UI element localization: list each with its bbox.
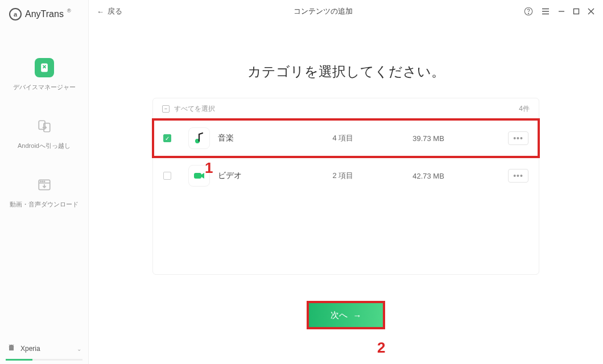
check-icon: ✓ xyxy=(165,135,170,142)
more-button[interactable]: ••• xyxy=(508,131,528,145)
back-button[interactable]: ← 戻る xyxy=(97,6,122,16)
chevron-down-icon: ⌄ xyxy=(77,346,81,352)
download-icon xyxy=(35,175,54,195)
category-panel: − すべてを選択 4件 ✓ 音楽 4 項目 39.73 MB ••• xyxy=(152,98,539,275)
brand-name: AnyTrans xyxy=(25,9,64,19)
sidebar-nav: デバイスマネージャー Androidへ引っ越し 動画・音声ダウンロード xyxy=(0,31,88,338)
menu-icon[interactable] xyxy=(540,6,551,16)
sidebar-item-label: 動画・音声ダウンロード xyxy=(10,200,79,209)
more-button[interactable]: ••• xyxy=(508,169,528,183)
arrow-left-icon: ← xyxy=(97,7,104,16)
device-selector[interactable]: Xperia ⌄ xyxy=(0,338,88,359)
back-label: 戻る xyxy=(108,6,122,16)
help-icon[interactable] xyxy=(523,6,534,16)
content: カテゴリを選択してください。 − すべてを選択 4件 ✓ 音楽 4 項目 39.… xyxy=(89,23,603,364)
category-name: 音楽 xyxy=(218,133,298,143)
category-items: 4 項目 xyxy=(298,133,389,143)
android-icon xyxy=(7,344,16,353)
android-move-icon xyxy=(35,117,54,136)
item-count: 4件 xyxy=(519,104,530,114)
annotation-1: 1 xyxy=(205,159,213,177)
registered-mark: ® xyxy=(67,8,71,14)
select-all-checkbox[interactable]: − xyxy=(162,105,170,113)
category-size: 42.73 MB xyxy=(389,172,468,180)
close-button[interactable] xyxy=(587,7,595,15)
main: ← 戻る コンテンツの追加 xyxy=(89,0,603,364)
svg-point-10 xyxy=(528,13,528,14)
category-size: 39.73 MB xyxy=(389,134,468,143)
row-checkbox[interactable] xyxy=(163,172,171,180)
svg-rect-0 xyxy=(41,64,48,72)
device-name: Xperia xyxy=(20,345,40,353)
svg-point-5 xyxy=(40,181,40,181)
sidebar-item-download[interactable]: 動画・音声ダウンロード xyxy=(0,175,88,209)
row-checkbox[interactable]: ✓ xyxy=(163,134,171,142)
category-row-music[interactable]: ✓ 音楽 4 項目 39.73 MB ••• xyxy=(153,119,539,157)
annotation-2: 2 xyxy=(377,339,385,357)
device-manager-icon xyxy=(35,58,54,77)
sidebar-item-android-move[interactable]: Androidへ引っ越し xyxy=(0,117,88,150)
title-actions xyxy=(523,6,595,16)
arrow-right-icon: → xyxy=(353,311,362,320)
heading: カテゴリを選択してください。 xyxy=(247,63,445,81)
select-all-label: すべてを選択 xyxy=(174,104,215,114)
next-button[interactable]: 次へ → xyxy=(309,303,383,327)
svg-rect-15 xyxy=(574,9,579,14)
sidebar: a AnyTrans ® デバイスマネージャー Androidへ引っ越し xyxy=(0,0,89,364)
svg-point-7 xyxy=(44,181,44,181)
category-items: 2 項目 xyxy=(298,171,389,181)
brand: a AnyTrans ® xyxy=(0,7,88,31)
svg-point-6 xyxy=(42,181,43,181)
page-title: コンテンツの追加 xyxy=(128,6,518,16)
svg-rect-8 xyxy=(9,347,14,350)
sidebar-item-label: Androidへ引っ越し xyxy=(18,142,71,150)
svg-rect-19 xyxy=(194,173,201,179)
titlebar: ← 戻る コンテンツの追加 xyxy=(89,0,603,23)
panel-header: − すべてを選択 4件 xyxy=(153,98,539,119)
category-name: ビデオ xyxy=(218,171,298,181)
maximize-button[interactable] xyxy=(572,7,580,15)
brand-logo-icon: a xyxy=(9,8,22,20)
next-area: 次へ → xyxy=(309,303,383,327)
sidebar-item-label: デバイスマネージャー xyxy=(13,83,76,92)
device-storage-bar xyxy=(6,359,82,361)
music-icon xyxy=(188,127,210,149)
minimize-button[interactable] xyxy=(557,7,565,15)
next-label: 次へ xyxy=(331,310,348,321)
sidebar-item-device-manager[interactable]: デバイスマネージャー xyxy=(0,58,88,92)
